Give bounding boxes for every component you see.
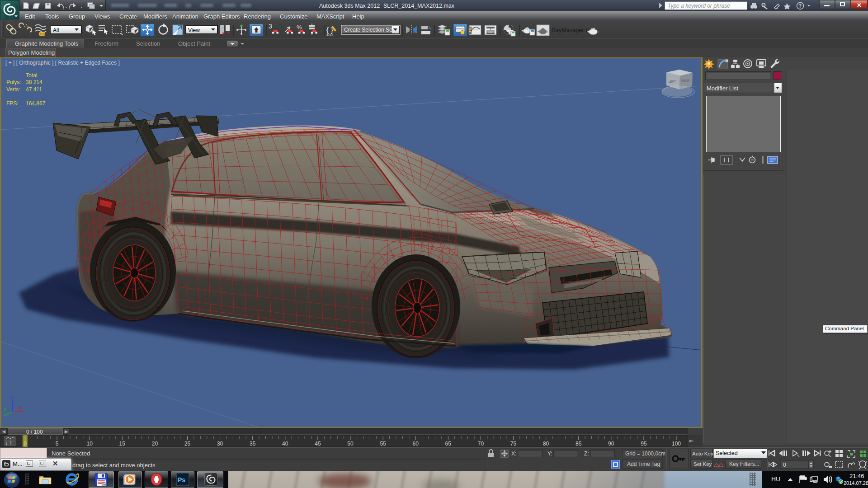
svg-text:3: 3 [269,23,272,30]
svg-text:55: 55 [380,441,386,447]
svg-text:85: 85 [576,441,582,447]
svg-text:65: 65 [445,441,452,447]
svg-text:10: 10 [87,441,93,447]
svg-text:0: 0 [783,462,786,468]
svg-text:100: 100 [672,441,681,447]
svg-text:50: 50 [347,441,354,447]
svg-text:95: 95 [641,441,647,447]
svg-text:0: 0 [24,441,27,447]
svg-text:x: x [20,405,23,410]
svg-text:64: 64 [103,483,106,486]
svg-text:30: 30 [217,441,223,447]
svg-text:75: 75 [510,441,517,447]
svg-text:35: 35 [250,441,256,447]
svg-text:1: 1 [413,27,416,34]
svg-text:90: 90 [608,441,614,447]
svg-text:Create Selection Se: Create Selection Se [344,27,392,33]
svg-text:GD: GD [40,32,45,36]
svg-text:LEFT: LEFT [669,80,676,83]
svg-text:70: 70 [478,441,484,447]
svg-text:45: 45 [315,441,321,447]
svg-text:Ps: Ps [178,476,185,483]
svg-text:z: z [11,394,14,399]
svg-text:y: y [4,406,6,411]
svg-text:80: 80 [543,441,549,447]
svg-text:5: 5 [56,441,59,447]
svg-text:REAR: REAR [681,79,689,82]
svg-text:25: 25 [184,441,191,447]
svg-text:View: View [188,27,200,33]
svg-text:ABC: ABC [326,33,333,37]
svg-text:60: 60 [413,441,419,447]
svg-text:All: All [53,27,59,33]
svg-text:?: ? [799,3,802,9]
svg-text:RayManager`r: RayManager`r [552,27,588,33]
svg-text:40: 40 [282,441,288,447]
svg-text:15: 15 [119,441,126,447]
svg-text:20: 20 [152,441,158,447]
